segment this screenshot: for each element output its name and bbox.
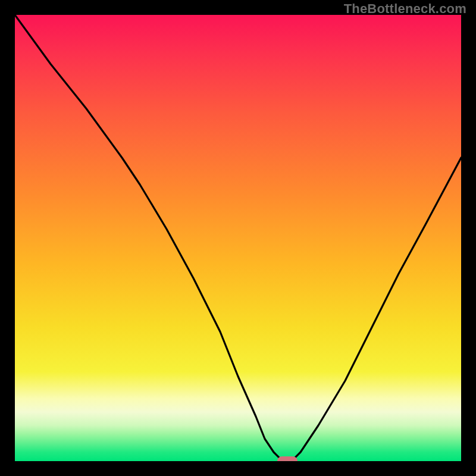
chart-frame: TheBottleneck.com <box>0 0 476 476</box>
watermark-text: TheBottleneck.com <box>344 1 466 17</box>
optimal-point-marker <box>277 456 298 461</box>
plot-area <box>15 15 461 461</box>
bottleneck-curve <box>15 15 461 461</box>
